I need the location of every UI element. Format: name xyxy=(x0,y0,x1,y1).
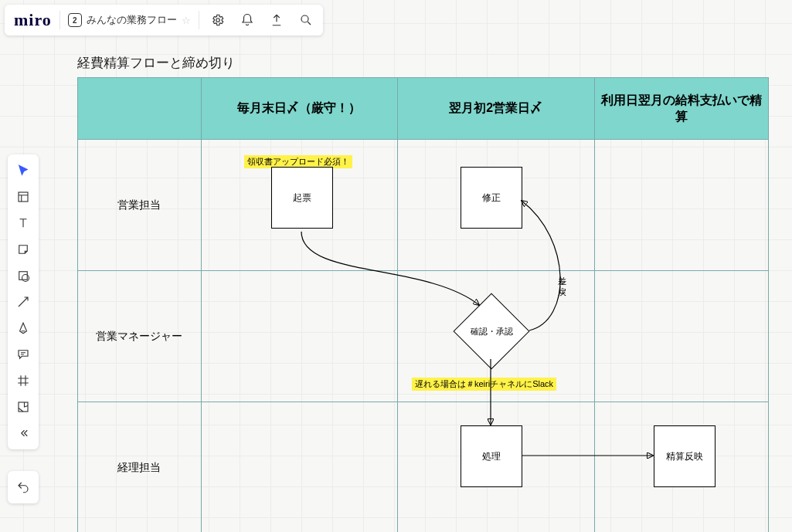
tool-text[interactable] xyxy=(11,212,36,235)
upload-icon xyxy=(270,13,284,27)
cell-d2 xyxy=(595,271,769,402)
undo-button[interactable] xyxy=(11,476,36,499)
header-row: 毎月末日〆（厳守！） 翌月初2営業日〆 利用日翌月の給料支払いで精算 xyxy=(78,78,768,140)
undo-rail xyxy=(8,471,39,503)
shape-icon xyxy=(16,269,30,283)
cursor-icon xyxy=(16,164,30,178)
tool-select[interactable] xyxy=(11,159,36,182)
shape-approve[interactable]: 確認・承認 xyxy=(453,304,530,358)
board-badge: 2 xyxy=(68,13,82,27)
shape-fix[interactable]: 修正 xyxy=(461,167,522,229)
export-button[interactable] xyxy=(266,9,287,31)
svg-rect-5 xyxy=(19,402,28,412)
svg-point-0 xyxy=(216,19,220,22)
template-icon xyxy=(16,190,30,204)
bell-icon xyxy=(240,13,254,27)
note-late[interactable]: 遅れる場合は＃keiriチャネルにSlack xyxy=(412,378,556,391)
canvas[interactable]: 経費精算フローと締め切り 毎月末日〆（厳守！） 翌月初2営業日〆 利用日翌月の給… xyxy=(0,0,792,532)
row-sales: 営業担当 xyxy=(78,140,768,271)
tool-sticky[interactable] xyxy=(11,238,36,261)
tool-frame[interactable] xyxy=(11,369,36,392)
apps-icon xyxy=(16,400,30,414)
pen-icon xyxy=(16,321,30,335)
sticky-icon xyxy=(16,242,30,256)
shape-approve-label: 確認・承認 xyxy=(453,304,530,358)
tool-rail xyxy=(8,154,39,449)
undo-icon xyxy=(16,480,30,494)
svg-point-4 xyxy=(22,275,29,282)
tool-more[interactable] xyxy=(11,422,36,445)
search-icon xyxy=(299,13,313,27)
swimlane-frame[interactable]: 毎月末日〆（厳守！） 翌月初2営業日〆 利用日翌月の給料支払いで精算 営業担当 … xyxy=(77,77,769,532)
svg-point-1 xyxy=(301,15,308,22)
cell-b2 xyxy=(202,271,398,402)
shape-process[interactable]: 処理 xyxy=(461,425,522,487)
search-button[interactable] xyxy=(295,9,317,31)
text-icon xyxy=(16,216,30,230)
comment-icon xyxy=(16,347,30,361)
tool-line[interactable] xyxy=(11,290,36,313)
cell-b3 xyxy=(202,402,398,532)
notifications-button[interactable] xyxy=(236,9,258,31)
divider xyxy=(59,11,60,29)
app-logo[interactable]: miro xyxy=(14,10,52,30)
tool-comment[interactable] xyxy=(11,343,36,366)
header-blank xyxy=(78,78,202,139)
more-icon xyxy=(16,426,30,440)
cell-d1 xyxy=(595,140,769,270)
arrow-icon xyxy=(16,295,30,309)
header-col-c[interactable]: 翌月初2営業日〆 xyxy=(398,78,594,139)
header-col-b[interactable]: 毎月末日〆（厳守！） xyxy=(202,78,398,139)
header-col-d[interactable]: 利用日翌月の給料支払いで精算 xyxy=(595,78,769,139)
row-label-accounting[interactable]: 経理担当 xyxy=(78,402,202,532)
board-chip[interactable]: 2 みんなの業務フロー ☆ xyxy=(68,13,191,27)
gear-icon xyxy=(211,13,225,27)
tool-pen[interactable] xyxy=(11,317,36,340)
svg-rect-2 xyxy=(19,192,28,202)
divider xyxy=(199,11,199,29)
topbar: miro 2 みんなの業務フロー ☆ xyxy=(5,5,323,36)
board-name: みんなの業務フロー xyxy=(87,13,177,27)
shape-create[interactable]: 起票 xyxy=(271,167,333,229)
row-label-sales[interactable]: 営業担当 xyxy=(78,140,202,270)
grid-icon xyxy=(16,374,30,388)
shape-reflect[interactable]: 精算反映 xyxy=(654,425,716,487)
settings-button[interactable] xyxy=(207,9,229,31)
tool-apps[interactable] xyxy=(11,395,36,418)
row-label-manager[interactable]: 営業マネージャー xyxy=(78,271,202,402)
tool-shape[interactable] xyxy=(11,264,36,287)
diagram-title[interactable]: 経費精算フローと締め切り xyxy=(77,54,235,72)
tool-templates[interactable] xyxy=(11,185,36,208)
star-icon[interactable]: ☆ xyxy=(182,15,191,26)
